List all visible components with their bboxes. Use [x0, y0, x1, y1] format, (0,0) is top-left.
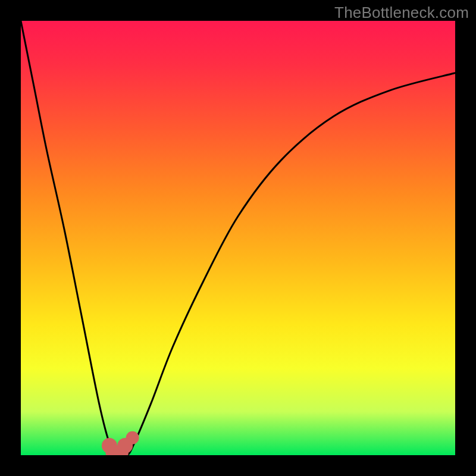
marker-u-right — [117, 438, 133, 453]
watermark-text: TheBottleneck.com — [334, 4, 469, 22]
bottleneck-curve — [21, 21, 455, 455]
bottleneck-curve-svg — [21, 21, 455, 455]
plot-area — [21, 21, 455, 455]
chart-frame: TheBottleneck.com — [0, 0, 476, 476]
